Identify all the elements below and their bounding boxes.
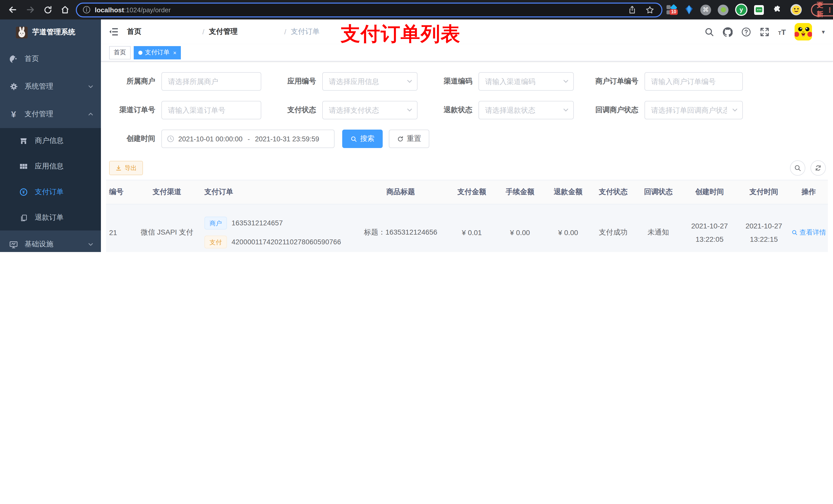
tab-label: 支付订单: [145, 48, 170, 57]
extension-badge-icon[interactable]: 10: [667, 5, 678, 15]
col-header-id: 编号: [106, 188, 132, 197]
date-start-value: 2021-10-01 00:00:00: [178, 135, 243, 143]
col-header-pay-time: 支付时间: [738, 188, 789, 197]
app-id-filter-select[interactable]: [322, 72, 418, 91]
sidebar-item-label: 支付订单: [35, 188, 64, 197]
sidebar-item-refund-order[interactable]: 退款订单: [0, 205, 101, 231]
user-avatar[interactable]: [794, 23, 812, 41]
date-end-value: 2021-10-31 23:59:59: [255, 135, 319, 143]
col-header-create-time: 创建时间: [681, 188, 738, 197]
merchant-order-no-filter-input[interactable]: [644, 72, 743, 91]
table-toolbar: 导出: [106, 161, 828, 175]
extensions-row: 10 ⌘ y: [667, 3, 802, 16]
gem-extension-icon[interactable]: [685, 5, 694, 15]
page-content: 所属商户 应用编号 渠道编码: [101, 62, 833, 252]
address-bar[interactable]: localhost:1024/pay/order: [76, 2, 662, 17]
create-date: 2021-10-27: [691, 220, 728, 231]
refund-status-filter-select[interactable]: [478, 101, 574, 119]
date-range-picker[interactable]: 2021-10-01 00:00:00 - 2021-10-31 23:59:5…: [161, 129, 335, 148]
toggle-search-button[interactable]: [790, 160, 805, 176]
sidebar-item-pay-order[interactable]: ¥ 支付订单: [0, 179, 101, 205]
site-info-icon[interactable]: [82, 5, 91, 14]
sidebar-item-infrastructure[interactable]: 基础设施: [0, 231, 101, 252]
breadcrumb-separator: /: [203, 28, 205, 36]
sidebar-item-system[interactable]: 系统管理: [0, 73, 101, 100]
chat-extension-icon[interactable]: [754, 5, 764, 15]
sidebar-item-label: 首页: [25, 54, 94, 64]
col-header-notify-status: 回调状态: [636, 188, 681, 197]
breadcrumb-home[interactable]: 首页: [127, 27, 198, 37]
browser-back-icon[interactable]: [6, 3, 20, 16]
fullscreen-icon[interactable]: [760, 27, 769, 37]
profile-avatar-icon[interactable]: [790, 4, 802, 15]
notify-status-filter-select[interactable]: [644, 101, 743, 119]
active-dot-icon: [138, 50, 142, 54]
avatar-caret-icon[interactable]: ▼: [821, 29, 826, 34]
sidebar-item-merchant-info[interactable]: 商户信息: [0, 128, 101, 154]
channel-code-filter-label: 渠道编码: [431, 77, 472, 86]
sidebar-item-home[interactable]: 首页: [0, 45, 101, 73]
breadcrumb-separator: /: [284, 28, 286, 36]
view-detail-link[interactable]: 查看详情: [791, 228, 826, 237]
breadcrumb-current: 支付订单: [291, 27, 320, 37]
github-icon[interactable]: [723, 27, 733, 37]
channel-order-no-filter-label: 渠道订单号: [106, 105, 155, 115]
recorder-extension-icon[interactable]: [718, 4, 729, 15]
refund-status-filter-label: 退款状态: [431, 105, 472, 115]
sidebar-collapse-icon[interactable]: [109, 27, 119, 37]
channel-code-filter-select[interactable]: [478, 72, 574, 91]
search-button[interactable]: 搜索: [342, 129, 383, 148]
share-icon[interactable]: [625, 3, 639, 16]
cell-refund-amount: ¥ 0.00: [546, 229, 591, 237]
app-window: 芋道管理系统 首页 系统管理: [0, 20, 833, 252]
tab-label: 首页: [114, 48, 126, 57]
channel-order-no-filter-input[interactable]: [161, 101, 261, 119]
pay-status-filter-label: 支付状态: [275, 105, 316, 115]
table-row: 21 微信 JSAPI 支付 商户 1635312124657 支付 42000…: [106, 205, 828, 252]
pay-status-filter-select[interactable]: [322, 101, 418, 119]
pay-order-no: 4200001174202110278060590766: [232, 238, 341, 246]
puzzle-extensions-icon[interactable]: [770, 3, 784, 16]
search-icon[interactable]: [705, 27, 714, 37]
chevron-down-icon: [88, 83, 94, 90]
sidebar-item-payment[interactable]: ¥ 支付管理: [0, 100, 101, 128]
merchant-order-no-filter-label: 商户订单编号: [587, 77, 638, 86]
cell-actions: 查看详情: [789, 228, 828, 237]
bookmark-star-icon[interactable]: [643, 3, 656, 16]
cell-create-time: 2021-10-27 13:22:05: [681, 220, 738, 245]
cell-pay-amount: ¥ 0.01: [449, 229, 494, 237]
font-size-icon[interactable]: TT: [778, 27, 786, 36]
navbar: 首页 / 支付管理 / 支付订单: [101, 20, 833, 44]
browser-update-button[interactable]: 更新 ⋮: [811, 3, 833, 16]
sidebar-menu: 首页 系统管理 ¥ 支付管理: [0, 45, 101, 252]
cell-notify-status: 未通知: [636, 228, 681, 237]
y-extension-icon[interactable]: y: [735, 4, 747, 16]
browser-home-icon[interactable]: [58, 3, 72, 16]
filter-row-2: 渠道订单号 支付状态 退款状态: [106, 101, 828, 119]
toolbar-right: [790, 160, 828, 176]
shop-icon: [20, 137, 28, 145]
logo[interactable]: 芋道管理系统: [0, 20, 101, 45]
browser-forward-icon[interactable]: [24, 3, 37, 16]
sidebar-item-label: 商户信息: [35, 136, 64, 145]
col-header-channel: 支付渠道: [132, 188, 203, 197]
help-icon[interactable]: [741, 27, 751, 37]
export-button[interactable]: 导出: [109, 161, 143, 175]
tab-close-icon[interactable]: ×: [173, 49, 176, 55]
sidebar-item-label: 应用信息: [35, 162, 64, 171]
sidebar-item-app-info[interactable]: 应用信息: [0, 154, 101, 179]
tab-pay-order[interactable]: 支付订单 ×: [134, 46, 181, 59]
refresh-button[interactable]: [810, 160, 826, 176]
pay-order-icon: ¥: [20, 188, 28, 196]
tab-home[interactable]: 首页: [109, 46, 130, 59]
create-time-filter-label: 创建时间: [106, 134, 155, 143]
screen: localhost:1024/pay/order 10 ⌘ y: [0, 0, 833, 252]
browser-reload-icon[interactable]: [41, 3, 54, 16]
sidebar-item-label: 支付管理: [25, 110, 88, 119]
merchant-filter-input[interactable]: [161, 72, 261, 91]
breadcrumb-payment[interactable]: 支付管理: [209, 27, 280, 37]
command-extension-icon[interactable]: ⌘: [700, 4, 711, 15]
reset-button[interactable]: 重置: [389, 129, 429, 148]
browser-menu-dots-icon[interactable]: ⋮: [826, 6, 833, 14]
url-host: localhost: [95, 6, 124, 14]
